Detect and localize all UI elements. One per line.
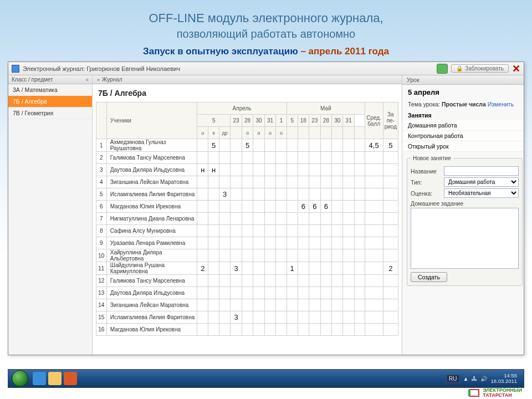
new-task-legend: Новое занятие [411, 155, 453, 161]
tasks-header: Занятия [402, 109, 524, 120]
taskbar[interactable]: RU ▲ 🖧 🔊 14:55 18.03.2011 [8, 369, 524, 388]
sidebar-header: Класс / предмет « [8, 75, 92, 84]
lesson-topic: Тема урока: Простые числа Изменить [402, 100, 524, 109]
slide-note: Запуск в опытную эксплуатацию – апрель 2… [0, 46, 532, 62]
type-label: Тип: [411, 179, 441, 186]
start-button[interactable] [12, 370, 28, 387]
grade-label: Оценка: [411, 190, 441, 197]
table-row[interactable]: 5Исламгалиева Лилия Фаритовна3 [96, 188, 398, 201]
chevron-right-icon: » [97, 77, 100, 83]
lesson-panel: Урок 5 апреля Тема урока: Простые числа … [402, 75, 524, 355]
task-item[interactable]: Открытый урок [402, 141, 524, 152]
task-item[interactable]: Контрольная работа [402, 131, 524, 141]
table-row[interactable]: 14Зиганшина Лейсан Маратовна [96, 299, 398, 311]
task-grade-select[interactable]: Необязательная [444, 188, 519, 198]
task-type-select[interactable]: Домашняя работа [444, 177, 519, 187]
sidebar: Класс / предмет « 3А / Математика7Б / Ал… [8, 75, 93, 355]
table-row[interactable]: 2Галимова Тансу Марселевна [96, 152, 398, 164]
titlebar: Электронный журнал: Григорюнов Евгений Н… [8, 62, 524, 75]
task-name-input[interactable] [444, 166, 519, 176]
lock-label: Заблокировать [465, 65, 504, 71]
system-tray[interactable]: RU ▲ 🖧 🔊 14:55 18.03.2011 [446, 373, 517, 385]
table-row[interactable]: 6Магданова Юлия Ирековна666 [96, 201, 398, 213]
tray-flag-icon[interactable]: ▲ [463, 376, 469, 382]
table-row[interactable]: 4Зиганшина Лейсан Маратовна [96, 176, 398, 188]
table-row[interactable]: 7Нигматуллина Диана Ленаровна [96, 213, 398, 225]
class-title: 7Б / Алгебра [93, 84, 402, 102]
main-panel: » Журнал 7Б / Алгебра УченикиАпрельМайСр… [93, 75, 402, 355]
sidebar-item[interactable]: 3А / Математика [8, 84, 92, 96]
change-topic-link[interactable]: Изменить [488, 101, 514, 108]
create-button[interactable]: Создать [411, 272, 447, 282]
hw-label: Домашнее задание [411, 200, 519, 207]
table-row[interactable]: 15Исламгалиева Лилия Фаритовна3 [96, 311, 398, 324]
explorer-icon[interactable] [48, 372, 62, 385]
new-task-fieldset: Новое занятие Название Тип: Домашняя раб… [407, 155, 523, 286]
tray-network-icon[interactable]: 🖧 [472, 376, 477, 382]
name-label: Название [411, 168, 441, 175]
ie-icon[interactable] [33, 372, 46, 385]
tray-sound-icon[interactable]: 🔊 [480, 376, 487, 382]
close-icon[interactable]: ✕ [512, 63, 520, 75]
journal-tab[interactable]: Журнал [102, 76, 122, 83]
lang-indicator[interactable]: RU [446, 375, 459, 383]
collapse-icon[interactable]: « [85, 76, 89, 83]
table-row[interactable]: 1Ахмедзянова Гульназ Раушатовна554,55 [96, 139, 398, 152]
brand-logo: ЭЛЕКТРОННЫЙ ТАТАРСТАН [468, 388, 522, 398]
app-icon [12, 65, 19, 73]
slide-subtitle: позволяющий работать автономно [0, 28, 532, 46]
main-tabbar: » Журнал [93, 75, 402, 84]
table-row[interactable]: 3Даутова Диляра Ильдусовнанн [96, 164, 398, 176]
table-row[interactable]: 12Галимова Тансу Марселевна [96, 275, 398, 287]
table-row[interactable]: 16Магданова Юлия Ирековна [96, 324, 398, 336]
task-item[interactable]: Домашняя работа [402, 120, 524, 131]
app-window: Электронный журнал: Григорюнов Евгений Н… [8, 62, 524, 355]
sync-button[interactable] [437, 64, 448, 74]
brand-mark-icon [468, 389, 479, 397]
grade-grid[interactable]: УченикиАпрельМайСред. баллЗа пе-риод5232… [96, 102, 398, 336]
table-row[interactable]: 11Шайдуллина Рушана Каримулловна2312 [96, 262, 398, 275]
lock-button[interactable]: 🔒 Заблокировать [451, 64, 509, 73]
hw-textarea[interactable] [411, 208, 519, 269]
clock[interactable]: 14:55 18.03.2011 [490, 373, 517, 385]
table-row[interactable]: 9Уразаева Ленара Рамилевна [96, 237, 398, 249]
lock-icon: 🔒 [456, 65, 463, 71]
window-title: Электронный журнал: Григорюнов Евгений Н… [23, 65, 180, 72]
slide-title: OFF-LINE модуль электронного журнала, [0, 0, 532, 28]
powerpoint-icon[interactable] [64, 372, 77, 385]
lesson-date: 5 апреля [402, 85, 524, 100]
lesson-panel-header: Урок [402, 75, 524, 85]
sidebar-item[interactable]: 7В / Геометрия [8, 108, 92, 119]
table-row[interactable]: 10Хайруллина Диляра Альбертовна [96, 249, 398, 262]
table-row[interactable]: 13Даутова Диляра Ильдусовна [96, 287, 398, 299]
table-row[interactable]: 8Сафина Алсу Мунировна [96, 225, 398, 237]
sidebar-item[interactable]: 7Б / Алгебра [8, 96, 92, 108]
